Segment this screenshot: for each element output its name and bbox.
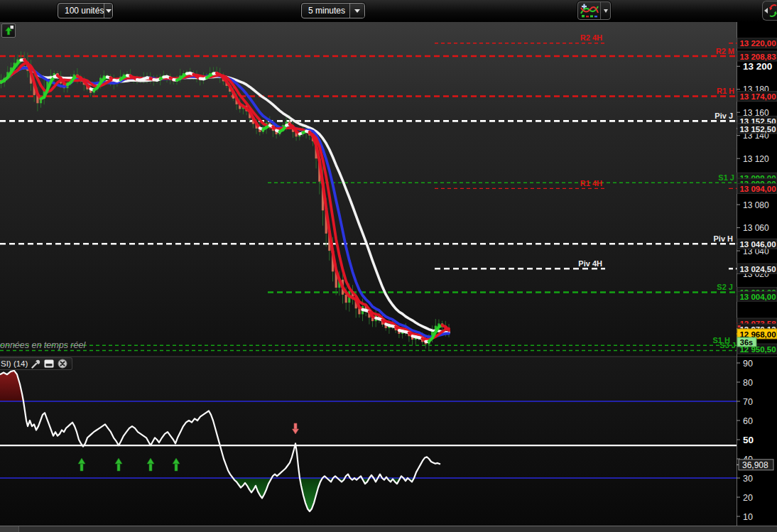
svg-text:13 060: 13 060 [743,223,769,233]
svg-text:13 152,50: 13 152,50 [739,125,776,134]
rsi-indicator-title: SI) (14) [1,359,28,368]
price-chart-canvas[interactable]: R2 4HR2 MR1 HPiv JS1 JR1 4HPiv HPiv 4HS2… [0,0,777,532]
properties-icon[interactable] [44,359,54,368]
svg-text:Piv J: Piv J [714,112,733,120]
svg-text:13 024,50: 13 024,50 [739,265,776,273]
units-dropdown[interactable]: 100 unités [58,3,113,18]
svg-text:S1 J: S1 J [718,173,734,182]
svg-text:Piv 4H: Piv 4H [578,259,602,268]
svg-text:Piv H: Piv H [713,234,733,243]
chart-stage: R2 4HR2 MR1 HPiv JS1 JR1 4HPiv HPiv 4HS2… [0,0,777,532]
svg-text:20: 20 [743,493,753,503]
chevron-down-icon[interactable] [600,2,610,19]
top-toolbar: 100 unités 5 minutes [0,0,777,22]
svg-text:R1 H: R1 H [717,87,734,95]
timeframe-dropdown[interactable]: 5 minutes [301,3,365,18]
svg-text:13 200: 13 200 [743,61,772,72]
svg-text:13 220,00: 13 220,00 [739,39,776,48]
svg-text:60: 60 [743,416,753,426]
timeframe-dropdown-value: 5 minutes [302,4,349,18]
close-icon[interactable] [58,359,67,369]
svg-text:R1 4H: R1 4H [580,179,602,188]
svg-text:13 046,00: 13 046,00 [739,240,776,249]
restore-panel-button[interactable] [1,23,16,38]
svg-text:R2 M: R2 M [716,47,734,55]
svg-text:13 080: 13 080 [743,200,769,210]
refresh-arrows-icon [768,2,777,19]
chevron-down-icon[interactable] [104,4,112,18]
svg-text:70: 70 [743,397,753,407]
svg-text:36s: 36s [740,338,753,347]
units-dropdown-value: 100 unités [58,4,104,18]
chevron-down-icon[interactable] [349,4,364,18]
svg-text:50: 50 [743,435,754,445]
indicator-wave-icon [578,2,600,19]
svg-text:13 208,83: 13 208,83 [739,53,776,61]
refresh-button[interactable] [762,1,777,21]
svg-text:13 094,00: 13 094,00 [739,185,776,193]
svg-text:13 120: 13 120 [743,154,769,164]
add-indicator-button[interactable] [577,1,611,20]
svg-text:30: 30 [743,474,753,484]
svg-text:13 004,00: 13 004,00 [739,293,776,301]
svg-text:R2 4H: R2 4H [580,33,602,42]
rsi-indicator-header: SI) (14) [0,357,72,370]
svg-text:S3 J: S3 J [719,341,736,349]
wrench-icon[interactable] [31,359,40,369]
collapse-left-icon [764,8,768,13]
svg-text:36,908: 36,908 [742,460,768,470]
svg-text:S2 J: S2 J [717,283,733,291]
restore-panel-icon [3,25,14,36]
svg-text:10: 10 [743,512,753,522]
svg-text:13 174,00: 13 174,00 [739,92,776,101]
trading-platform-window: R2 4HR2 MR1 HPiv JS1 JR1 4HPiv HPiv 4HS2… [0,0,777,532]
svg-text:90: 90 [743,359,753,369]
svg-text:80: 80 [743,378,753,388]
